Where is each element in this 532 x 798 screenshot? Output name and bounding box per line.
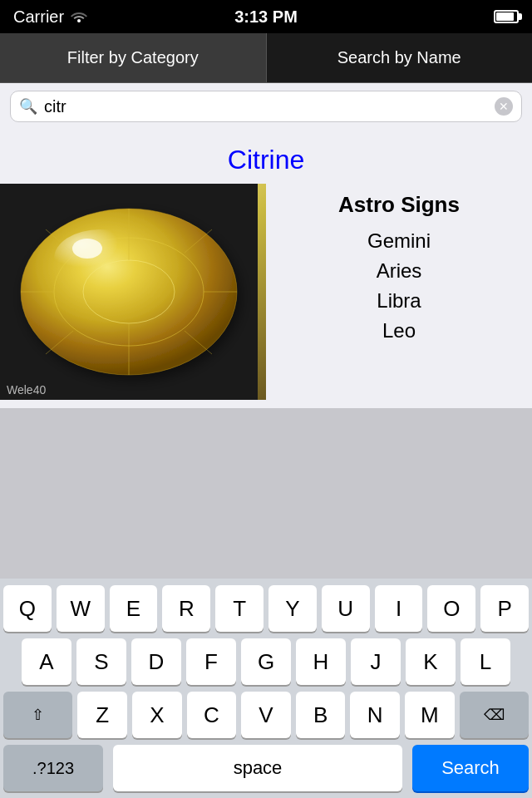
key-d[interactable]: D [131, 638, 181, 685]
key-v[interactable]: V [241, 692, 291, 738]
astro-signs-title: Astro Signs [338, 192, 460, 218]
content-area: Citrine [0, 130, 532, 408]
key-n[interactable]: N [350, 692, 400, 738]
svg-point-14 [72, 239, 102, 259]
time-display: 3:13 PM [234, 7, 298, 27]
key-m[interactable]: M [405, 692, 455, 738]
key-f[interactable]: F [186, 638, 236, 685]
key-backspace[interactable]: ⌫ [460, 692, 529, 738]
key-i[interactable]: I [375, 585, 423, 632]
astro-sign-aries: Aries [377, 256, 422, 286]
keyboard: Q W E R T Y U I O P A S D F G H J K L ⇧ … [0, 579, 532, 798]
battery-area [494, 10, 519, 23]
key-h[interactable]: H [296, 638, 346, 685]
keyboard-row-bottom: .?123 space Search [3, 745, 529, 798]
search-input[interactable]: citr [44, 97, 488, 116]
battery-icon [494, 10, 519, 23]
search-icon: 🔍 [19, 97, 37, 116]
key-u[interactable]: U [322, 585, 370, 632]
key-l[interactable]: L [461, 638, 510, 685]
key-t[interactable]: T [215, 585, 264, 632]
key-numbers[interactable]: .?123 [3, 745, 103, 791]
key-o[interactable]: O [427, 585, 475, 632]
gem-image: Wele40 [0, 184, 266, 400]
svg-point-13 [54, 229, 145, 288]
gem-svg [0, 184, 258, 400]
key-y[interactable]: Y [268, 585, 317, 632]
key-k[interactable]: K [406, 638, 456, 685]
search-input-container[interactable]: 🔍 citr ✕ [10, 91, 522, 122]
key-b[interactable]: B [296, 692, 346, 738]
carrier-wifi: Carrier [13, 7, 87, 27]
tab-filter-by-category[interactable]: Filter by Category [0, 33, 267, 82]
gem-detail: Wele40 Astro Signs Gemini Aries Libra Le… [0, 184, 532, 408]
key-r[interactable]: R [162, 585, 210, 632]
carrier-label: Carrier [13, 7, 64, 27]
key-e[interactable]: E [110, 585, 158, 632]
gem-info: Astro Signs Gemini Aries Libra Leo [266, 184, 532, 400]
key-q[interactable]: Q [3, 585, 52, 632]
key-s[interactable]: S [76, 638, 126, 685]
key-space[interactable]: space [113, 745, 402, 791]
tab-bar: Filter by Category Search by Name [0, 33, 532, 83]
key-shift[interactable]: ⇧ [3, 692, 72, 738]
status-bar: Carrier 3:13 PM [0, 0, 532, 33]
key-a[interactable]: A [22, 638, 71, 685]
clear-button[interactable]: ✕ [495, 97, 513, 116]
key-c[interactable]: C [187, 692, 237, 738]
key-w[interactable]: W [57, 585, 105, 632]
astro-sign-libra: Libra [377, 286, 421, 316]
astro-sign-leo: Leo [382, 316, 416, 346]
key-x[interactable]: X [132, 692, 182, 738]
search-bar: 🔍 citr ✕ [0, 83, 532, 130]
keyboard-row-2: A S D F G H J K L [3, 638, 529, 685]
watermark: Wele40 [7, 383, 46, 397]
keyboard-row-1: Q W E R T Y U I O P [3, 585, 529, 632]
key-p[interactable]: P [480, 585, 529, 632]
key-j[interactable]: J [351, 638, 401, 685]
wifi-icon [71, 7, 87, 27]
gem-title: Citrine [0, 130, 532, 184]
key-search[interactable]: Search [412, 745, 529, 791]
keyboard-row-3: ⇧ Z X C V B N M ⌫ [3, 692, 529, 738]
astro-sign-gemini: Gemini [367, 226, 431, 256]
key-z[interactable]: Z [77, 692, 127, 738]
key-g[interactable]: G [241, 638, 291, 685]
tab-search-by-name[interactable]: Search by Name [267, 33, 533, 82]
